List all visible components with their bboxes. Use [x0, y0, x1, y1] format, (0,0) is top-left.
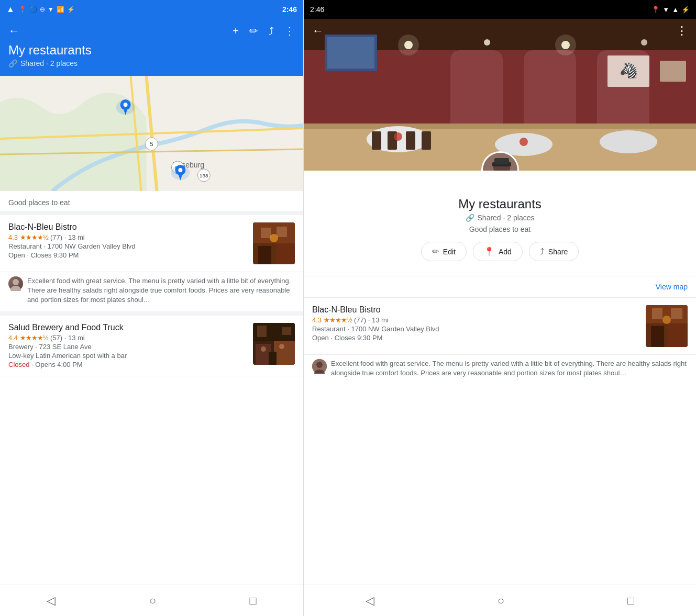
right-place-item-1[interactable]: Blac-N-Bleu Bistro 4.3 ★★★★½ (77) · 13 m… — [304, 298, 696, 355]
svg-point-33 — [261, 346, 266, 352]
hero-more-button[interactable]: ⋮ — [676, 24, 688, 38]
back-nav-right[interactable]: ◁ — [366, 594, 374, 608]
divider-2 — [0, 311, 303, 316]
svg-rect-66 — [494, 158, 509, 164]
nav-bar-right: ◁ ○ □ — [304, 585, 696, 616]
svg-point-58 — [520, 138, 528, 146]
recent-nav-right[interactable]: □ — [627, 594, 634, 608]
home-nav-left[interactable]: ○ — [149, 594, 156, 608]
svg-rect-21 — [277, 243, 295, 264]
view-map-link[interactable]: View map — [656, 283, 688, 291]
status-icons-left: 📍🔵⊖▼📶⚡ — [19, 6, 75, 13]
back-button[interactable]: ← — [8, 24, 20, 38]
right-stars-1: ★★★★½ — [324, 316, 352, 324]
place-hours-1: Open · Closes 9:30 PM — [8, 251, 247, 259]
svg-rect-71 — [652, 308, 662, 319]
list-title-right: My restaurants — [312, 197, 688, 211]
place-addr-2: Brewery · 723 SE Lane Ave — [8, 343, 247, 351]
svg-point-17 — [178, 168, 182, 172]
svg-rect-53 — [372, 131, 381, 150]
svg-point-34 — [279, 344, 284, 349]
svg-point-44 — [484, 39, 490, 46]
place-name-2: Salud Brewery and Food Truck — [8, 323, 247, 332]
list-desc-right: Good places to eat — [312, 225, 688, 233]
svg-text:138: 138 — [200, 173, 208, 178]
svg-rect-22 — [261, 228, 271, 238]
add-icon[interactable]: + — [233, 25, 239, 37]
svg-point-43 — [398, 35, 419, 55]
share-icon[interactable]: ⤴ — [269, 25, 274, 37]
svg-rect-23 — [277, 227, 287, 237]
svg-point-46 — [555, 35, 576, 55]
svg-rect-56 — [422, 131, 431, 150]
place-rating-2: 4.4 ★★★★½ (57) · 13 mi — [8, 334, 247, 342]
nav-bar-left: ◁ ○ □ — [0, 585, 303, 616]
home-nav-right[interactable]: ○ — [498, 594, 504, 608]
place-desc-2: Low-key Latin American spot with a bar — [8, 352, 247, 360]
right-place-addr-1: Restaurant · 1700 NW Garden Valley Blvd — [312, 325, 639, 333]
right-place-hours-1: Open · Closes 9:30 PM — [312, 334, 639, 342]
list-title-left: My restaurants — [8, 43, 295, 58]
svg-point-14 — [124, 103, 128, 107]
right-place-image-1 — [646, 305, 688, 347]
place-rating-1: 4.3 ★★★★½ (77) · 13 mi — [8, 233, 247, 241]
stars-1: ★★★★½ — [20, 233, 48, 241]
time-right: 2:46 — [310, 5, 324, 14]
profile-avatar-area — [481, 151, 519, 171]
add-btn-icon: 📍 — [484, 247, 494, 256]
profile-avatar — [481, 151, 519, 171]
action-buttons: ✏ Edit 📍 Add ⤴ Share — [312, 242, 688, 270]
map-area[interactable]: Roseburg 5 99 138 — [0, 76, 303, 191]
right-place-rating-1: 4.3 ★★★★½ (77) · 13 mi — [312, 316, 639, 324]
review-row-1: Excellent food with great service. The m… — [0, 272, 303, 311]
recent-nav-left[interactable]: □ — [249, 594, 256, 608]
svg-point-25 — [13, 279, 19, 285]
place-info-2: Salud Brewery and Food Truck 4.4 ★★★★½ (… — [8, 323, 247, 368]
svg-text:🦓: 🦓 — [620, 62, 638, 79]
place-addr-1: Restaurant · 1700 NW Garden Valley Blvd — [8, 242, 247, 250]
svg-rect-49 — [304, 124, 696, 129]
right-panel: 2:46 📍▼▲⚡ — [304, 0, 696, 616]
svg-rect-31 — [257, 326, 267, 337]
status-bar-left: ▲ 📍🔵⊖▼📶⚡ 2:46 — [0, 0, 303, 19]
svg-rect-69 — [651, 326, 664, 347]
link-icon-right: 🔗 — [466, 214, 474, 222]
hero-back-button[interactable]: ← — [312, 24, 324, 38]
edit-btn-icon: ✏ — [432, 247, 439, 256]
svg-point-24 — [270, 234, 278, 242]
list-description-left: Good places to eat — [0, 191, 303, 211]
svg-rect-55 — [406, 131, 415, 150]
share-button[interactable]: ⤴ Share — [529, 242, 579, 261]
hero-image: 🦓 ← ⋮ — [304, 19, 696, 171]
edit-icon[interactable]: ✏ — [249, 25, 258, 37]
svg-point-26 — [10, 286, 21, 291]
list-header-right: My restaurants 🔗 Shared · 2 places Good … — [304, 171, 696, 276]
svg-rect-72 — [671, 308, 682, 319]
svg-rect-30 — [274, 341, 295, 365]
header-toolbar: ← + ✏ ⤴ ⋮ — [8, 24, 295, 38]
place-item-2[interactable]: Salud Brewery and Food Truck 4.4 ★★★★½ (… — [0, 316, 303, 376]
nav-arrow-icon: ▲ — [6, 5, 15, 14]
header-left: ← + ✏ ⤴ ⋮ My restaurants 🔗 Shared · 2 pl… — [0, 19, 303, 76]
add-button[interactable]: 📍 Add — [473, 242, 523, 261]
svg-rect-61 — [660, 61, 686, 82]
place-item-1[interactable]: Blac-N-Bleu Bistro 4.3 ★★★★½ (77) · 13 m… — [0, 215, 303, 272]
share-btn-icon: ⤴ — [540, 247, 544, 256]
svg-rect-20 — [258, 246, 271, 264]
svg-text:5: 5 — [150, 141, 153, 147]
svg-point-75 — [316, 362, 323, 368]
svg-point-73 — [662, 316, 671, 324]
place-image-2 — [253, 323, 295, 365]
right-place-name-1: Blac-N-Bleu Bistro — [312, 305, 639, 315]
rating-number-2: 4.4 — [8, 334, 18, 342]
svg-point-57 — [394, 132, 402, 141]
edit-button[interactable]: ✏ Edit — [421, 242, 467, 261]
more-icon[interactable]: ⋮ — [284, 25, 295, 37]
toolbar-actions: + ✏ ⤴ ⋮ — [233, 25, 295, 37]
place-image-1 — [253, 222, 295, 264]
svg-rect-35 — [269, 352, 277, 365]
right-rating-number-1: 4.3 — [312, 316, 322, 324]
svg-point-52 — [600, 130, 657, 153]
back-nav-left[interactable]: ◁ — [47, 594, 56, 608]
reviews-2: (57) · 13 mi — [50, 334, 85, 342]
